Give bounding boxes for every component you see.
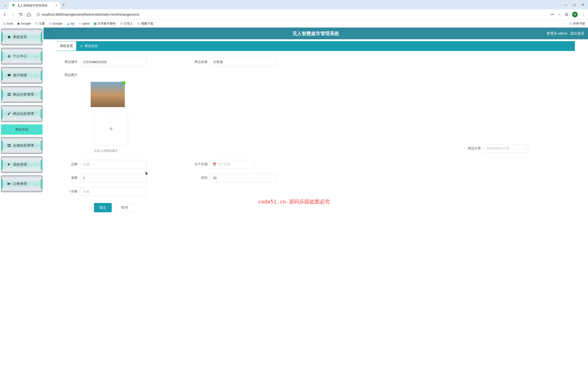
product-name-label: 商品名称 — [187, 60, 210, 64]
forward-button[interactable] — [11, 12, 15, 17]
stock-input[interactable] — [210, 173, 277, 183]
bookmark-txy[interactable]: ☁txy — [66, 22, 74, 25]
brand-label: 品牌 — [71, 162, 80, 166]
sidebar-item-product-info[interactable]: 商品信息管理 ⌃ — [1, 105, 42, 122]
category-label: 商品分类 — [460, 146, 483, 150]
chevron-down-icon: ⌄ — [35, 54, 38, 58]
upload-box[interactable]: + — [94, 112, 128, 146]
sidebar-item-personal[interactable]: 个人中心 ⌄ — [1, 48, 42, 64]
new-tab-button[interactable]: + — [60, 1, 67, 9]
sidebar-item-label: 个人中心 — [13, 54, 27, 58]
sidebar-item-users[interactable]: 用户管理 ⌄ — [1, 67, 42, 84]
sidebar-item-category[interactable]: 商品分类管理 ⌄ — [1, 86, 42, 103]
browser-navbar: localhost:8080/springbootniyfl/admin/dis… — [0, 9, 588, 20]
bookmark-baozang[interactable]: 🗀宝藏 — [35, 21, 45, 26]
folder-icon: 🗀 — [569, 22, 572, 25]
svg-rect-10 — [9, 146, 10, 147]
chevron-down-icon: ⌄ — [35, 163, 38, 166]
chevron-down-icon: ⌄ — [35, 74, 38, 77]
main-content: 无人智慧超市管理系统 管理员 admin 退出登录 系统首页 ☰ 商品信息 商品… — [43, 28, 588, 376]
window-controls: — ◻ ✕ — [564, 3, 586, 7]
sidebar-item-label: 订单管理 — [13, 182, 27, 186]
submit-button[interactable]: 提交 — [94, 203, 112, 212]
price-input[interactable] — [80, 187, 147, 196]
close-window-icon[interactable]: ✕ — [581, 3, 584, 7]
minimize-icon[interactable]: — — [564, 3, 567, 7]
stock-label: 库存 — [187, 176, 210, 180]
sidebar-item-label: 商品分类管理 — [13, 92, 34, 97]
upload-icon: ⇧ — [79, 22, 81, 25]
bookmark-import[interactable]: 🗀已导入 — [120, 21, 133, 26]
star-icon[interactable]: ☆ — [558, 12, 561, 17]
bookmark-uplod[interactable]: ⇧uplod — [79, 22, 90, 25]
user-icon — [7, 54, 11, 58]
calendar-icon: 📅 — [212, 162, 216, 166]
plus-icon: + — [109, 125, 113, 133]
breadcrumb-home[interactable]: 系统首页 — [57, 41, 76, 51]
grid-icon — [7, 93, 11, 96]
product-code-input[interactable] — [80, 57, 147, 66]
limit-label: 单限 — [71, 176, 80, 180]
cloud-icon: ☁ — [66, 22, 69, 25]
maximize-icon[interactable]: ◻ — [573, 3, 576, 7]
menu-icon[interactable]: ⋮ — [581, 12, 585, 17]
bookmark-share[interactable]: ▦共享账号密码 — [94, 21, 116, 26]
info-icon — [36, 13, 40, 16]
bookmark-google1[interactable]: ◉Google — [17, 22, 31, 25]
sidebar-item-orders[interactable]: 订单管理 ⌄ — [1, 175, 42, 192]
reload-button[interactable] — [19, 12, 23, 17]
sidebar-item-label: 仓储信息管理 — [13, 143, 34, 148]
close-icon[interactable]: × — [55, 4, 57, 8]
back-button[interactable] — [3, 12, 7, 17]
svg-rect-4 — [9, 93, 10, 94]
svg-rect-2 — [8, 74, 10, 76]
sheet-icon: ▦ — [94, 22, 96, 25]
sidebar-item-system[interactable]: 系统管理 ⌄ — [1, 156, 42, 173]
browser-tab-strip: ⌄ 无人智慧超市管理系统 × + — ◻ ✕ — [0, 0, 588, 9]
chevron-down-icon: ⌄ — [35, 93, 38, 96]
bookmark-tools[interactable]: 🗀tools — [3, 22, 13, 25]
product-name-input[interactable] — [210, 57, 277, 66]
svg-rect-5 — [8, 95, 9, 96]
form: 商品编号 商品名称 商品图片 + — [57, 51, 575, 219]
category-select[interactable]: 请选择商品分类 ⌄ — [483, 144, 528, 153]
all-bookmarks[interactable]: 🗀所有书签 — [569, 21, 585, 26]
browser-tab[interactable]: 无人智慧超市管理系统 × — [9, 2, 60, 9]
tab-dropdown-icon[interactable]: ⌄ — [2, 2, 9, 8]
tab-title: 无人智慧超市管理系统 — [17, 3, 53, 8]
sidebar-item-label: 商品信息管理 — [13, 112, 34, 116]
folder-icon: 🗀 — [35, 22, 38, 25]
submenu-product-info[interactable]: 商品信息 — [1, 124, 42, 135]
send-icon — [7, 182, 11, 186]
svg-rect-8 — [9, 144, 10, 145]
app-title: 无人智慧超市管理系统 — [292, 30, 339, 37]
url-bar[interactable]: localhost:8080/springbootniyfl/admin/dis… — [35, 12, 546, 17]
sidebar-item-home[interactable]: 系统首页 — [1, 29, 42, 45]
grid-icon — [7, 144, 11, 147]
chevron-down-icon: ⌄ — [35, 182, 38, 185]
bookmark-google2[interactable]: GGoogle — [49, 22, 62, 25]
chevron-down-icon: ⌄ — [523, 147, 525, 150]
home-button[interactable] — [27, 12, 31, 17]
image-preview[interactable] — [91, 82, 125, 107]
user-avatar[interactable]: W — [572, 12, 578, 17]
flag-icon — [7, 163, 11, 166]
product-code-label: 商品编号 — [57, 60, 80, 64]
sidebar-item-label: 系统首页 — [13, 35, 27, 39]
sidebar-item-storage[interactable]: 仓储信息管理 ⌄ — [1, 137, 42, 154]
cancel-button[interactable]: 取消 — [116, 203, 134, 212]
svg-rect-3 — [8, 93, 9, 94]
limit-input[interactable] — [80, 173, 147, 183]
product-image-label: 商品图片 — [57, 71, 80, 77]
breadcrumb-sep-icon: ☰ — [80, 45, 83, 48]
prod-date-label: 生产日期 — [187, 162, 210, 166]
prod-date-input[interactable]: 📅 生产日期 — [210, 160, 255, 169]
logout-link[interactable]: 退出登录 — [570, 31, 584, 36]
bookmark-video[interactable]: 🗀视频下载 — [137, 21, 153, 26]
password-icon[interactable]: ⊶ — [550, 12, 554, 17]
folder-icon: 🗀 — [137, 22, 140, 25]
app-header: 无人智慧超市管理系统 管理员 admin 退出登录 — [43, 28, 588, 39]
extensions-icon[interactable] — [565, 13, 568, 16]
brand-input[interactable] — [80, 160, 147, 169]
user-label[interactable]: 管理员 admin — [546, 31, 567, 36]
